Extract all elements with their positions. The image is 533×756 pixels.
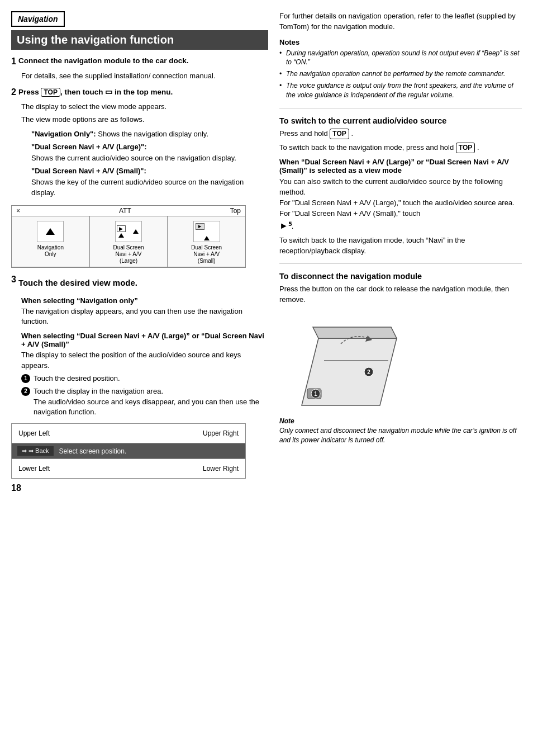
opt-1-desc: Shows the navigation display only. — [98, 130, 208, 138]
select-screen-label: Select screen position. — [59, 447, 127, 455]
switch-body-1: Press and hold TOP . — [279, 129, 522, 139]
car-dock-svg: 1 2 — [279, 310, 402, 411]
screen-top-label: Top — [230, 207, 241, 215]
disconnect-body: Press the button on the car dock to rele… — [279, 284, 522, 305]
back-arrow-icon: ⇒ — [22, 447, 27, 455]
lower-left-label: Lower Left — [18, 465, 50, 472]
step-3-title: Touch the desired view mode. — [18, 278, 137, 287]
nav-header-text: Navigation — [18, 15, 58, 23]
upper-right-label: Upper Right — [203, 429, 239, 437]
dual-body: You can also switch to the current audio… — [279, 177, 522, 232]
bullet-1-text: Touch the desired position. — [34, 374, 120, 384]
notes-label: Notes — [279, 38, 522, 46]
screen-icon-nav-only — [37, 221, 64, 242]
bullet-2-circle: 2 — [21, 387, 30, 396]
opt-3-label: "Dual Screen Navi + A/V (Small)": — [31, 167, 146, 175]
screen-label-dual-small: Dual ScreenNavi + A/V(Small) — [191, 244, 222, 264]
screen-label-nav-only: NavigationOnly — [37, 244, 64, 258]
opt-2-desc: Shows the current audio/video source on … — [31, 154, 236, 162]
page-number: 18 — [11, 483, 268, 493]
sub-section-dual-body: The display to select the position of th… — [21, 350, 268, 371]
pos-bottom-row: Lower Left Lower Right — [12, 459, 245, 478]
opt-3-desc: Shows the key of the current audio/video… — [31, 178, 244, 197]
section-title-bar: Using the navigation function — [11, 30, 268, 50]
step-3: 3 Touch the desired view mode. When sele… — [11, 275, 268, 418]
note-item-2: The navigation operation cannot be perfo… — [279, 69, 522, 79]
screen-top-bar: × ATT Top — [12, 206, 245, 216]
upper-left-label: Upper Left — [18, 429, 50, 437]
screen-icon-dual-small: ▶ — [193, 221, 220, 242]
opt-2-label: "Dual Screen Navi + A/V (Large)": — [31, 143, 147, 151]
divider-2 — [279, 263, 522, 264]
svg-text:2: 2 — [367, 369, 370, 375]
sub-section-nav-only-body: The navigation display appears, and you … — [21, 306, 268, 328]
svg-text:1: 1 — [314, 391, 317, 397]
disconnect-title: To disconnect the navigation module — [279, 272, 522, 281]
car-dock-diagram: 1 2 — [279, 310, 402, 411]
note-item-3: The voice guidance is output only from t… — [279, 81, 522, 100]
bullet-1-circle: 1 — [21, 374, 30, 383]
note-label: Note — [279, 417, 294, 425]
top-badge-right-1: TOP — [330, 129, 349, 139]
top-badge-right-2: TOP — [456, 143, 475, 153]
screen-diagram: × ATT Top NavigationOnly ▶ — [11, 205, 246, 268]
screen-cell-dual-small[interactable]: ▶ Dual ScreenNavi + A/V(Small) — [168, 216, 245, 267]
step-1-title: Connect the navigation module to the car… — [18, 56, 189, 65]
pos-top-row: Upper Left Upper Right — [12, 424, 245, 443]
dual-bold-subtitle: When “Dual Screen Navi + A/V (Large)” or… — [279, 158, 522, 174]
position-diagram: Upper Left Upper Right ⇒ ⇒ Back Select s… — [11, 423, 246, 479]
dual-body-2: To switch back to the navigation mode, t… — [279, 235, 522, 257]
step-2: 2 Press TOP, then touch ▭ in the top men… — [11, 87, 268, 199]
sub-section-dual-title: When selecting “Dual Screen Navi + A/V (… — [21, 332, 268, 348]
screen-att-label: ATT — [119, 207, 131, 215]
lower-right-label: Lower Right — [203, 465, 239, 472]
notes-list: During navigation operation, operation s… — [279, 49, 522, 100]
screen-cell-nav-only[interactable]: NavigationOnly — [12, 216, 90, 267]
bullet-2-text: Touch the display in the navigation area… — [34, 386, 268, 418]
step-3-number: 3 — [11, 275, 16, 285]
switch-body-2: To switch back to the navigation mode, p… — [279, 143, 522, 153]
step-2-title: Press TOP, then touch ▭ in the top menu. — [18, 87, 173, 97]
screen-icons-row: NavigationOnly ▶ Dual ScreenNavi — [12, 216, 245, 267]
divider-1 — [279, 108, 522, 108]
step-2-body: The display to select the view mode appe… — [21, 102, 268, 199]
pos-middle-bar: ⇒ ⇒ Back Select screen position. — [12, 443, 245, 459]
opt-1-label: "Navigation Only": — [31, 130, 96, 138]
screen-x-label: × — [16, 207, 20, 215]
note-section: Note Only connect and disconnect the nav… — [279, 417, 522, 445]
screen-icon-dual-large: ▶ — [115, 221, 142, 242]
bullet-2: 2 Touch the display in the navigation ar… — [21, 386, 268, 418]
step-1: 1 Connect the navigation module to the c… — [11, 56, 268, 82]
screen-cell-dual-large[interactable]: ▶ Dual ScreenNavi + A/V(Large) — [90, 216, 168, 267]
dual-icon: ►⁵ — [279, 221, 292, 230]
notes-section: Notes During navigation operation, opera… — [279, 38, 522, 100]
switch-section-title: To switch to the current audio/video sou… — [279, 116, 522, 125]
back-button[interactable]: ⇒ ⇒ Back — [17, 446, 54, 456]
section-title: Using the navigation function — [17, 34, 174, 46]
note-item-1: During navigation operation, operation s… — [279, 49, 522, 68]
step-1-number: 1 — [11, 56, 16, 67]
screen-label-dual-large: Dual ScreenNavi + A/V(Large) — [113, 244, 144, 264]
right-intro: For further details on navigation operat… — [279, 11, 522, 32]
step-2-number: 2 — [11, 87, 16, 97]
sub-section-nav-only-title: When selecting “Navigation only” — [21, 296, 268, 305]
step-1-body: For details, see the supplied installati… — [21, 71, 268, 82]
view-options: "Navigation Only": Shows the navigation … — [31, 129, 268, 199]
note-body: Only connect and disconnect the navigati… — [279, 427, 516, 444]
bullet-1: 1 Touch the desired position. — [21, 374, 268, 384]
top-badge-step2: TOP — [41, 88, 60, 97]
nav-header-box: Navigation — [11, 11, 65, 27]
